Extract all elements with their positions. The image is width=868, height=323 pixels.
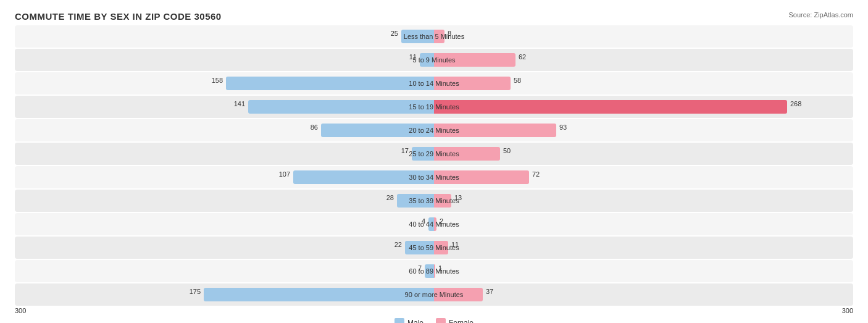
left-section: 11 <box>15 49 434 71</box>
bar-row: 14115 to 19 Minutes268 <box>15 96 853 118</box>
male-value: 158 <box>212 77 226 84</box>
bar-row: 8620 to 24 Minutes93 <box>15 119 853 141</box>
legend-male-box <box>394 318 404 323</box>
legend-male: Male <box>394 318 424 323</box>
bar-label: 20 to 24 Minutes <box>391 127 477 134</box>
right-section: 93 <box>434 119 853 141</box>
female-value: 72 <box>529 170 540 178</box>
female-value: 50 <box>500 147 511 154</box>
legend-female-label: Female <box>449 319 474 323</box>
legend-female-box <box>436 318 446 323</box>
bar-label: 60 to 89 Minutes <box>391 267 477 275</box>
left-section: 107 <box>15 166 434 188</box>
male-value: 107 <box>279 170 293 178</box>
left-section: 175 <box>15 283 434 306</box>
right-section: 11 <box>434 237 853 259</box>
female-value: 37 <box>483 288 493 295</box>
left-section: 4 <box>15 213 434 235</box>
right-section: 37 <box>434 283 853 306</box>
left-section: 86 <box>15 119 434 141</box>
bar-label: Less than 5 Minutes <box>391 33 477 40</box>
left-section: 22 <box>15 237 434 259</box>
right-section: 13 <box>434 190 853 212</box>
right-section: 62 <box>434 49 853 71</box>
bar-label: 5 to 9 Minutes <box>391 56 477 64</box>
bar-label: 35 to 39 Minutes <box>391 197 477 204</box>
left-section: 28 <box>15 190 434 212</box>
left-section: 7 <box>15 260 434 282</box>
female-value: 93 <box>556 124 567 131</box>
bar-label: 40 to 44 Minutes <box>391 220 477 228</box>
legend-female: Female <box>436 318 474 323</box>
left-section: 158 <box>15 72 434 94</box>
bar-label: 10 to 14 Minutes <box>391 80 477 87</box>
female-value: 62 <box>515 53 526 61</box>
bar-row: 760 to 89 Minutes1 <box>15 260 853 282</box>
chart-container: COMMUTE TIME BY SEX IN ZIP CODE 30560 So… <box>0 0 868 323</box>
bar-row: 2245 to 59 Minutes11 <box>15 237 853 259</box>
left-section: 17 <box>15 143 434 165</box>
left-section: 25 <box>15 25 434 48</box>
bar-label: 30 to 34 Minutes <box>391 174 477 181</box>
bar-label: 45 to 59 Minutes <box>391 244 477 251</box>
left-section: 141 <box>15 96 434 118</box>
right-section: 58 <box>434 72 853 94</box>
bar-row: 15810 to 14 Minutes58 <box>15 72 853 94</box>
bar-row: 1725 to 29 Minutes50 <box>15 143 853 165</box>
legend-male-label: Male <box>407 319 424 323</box>
male-value: 86 <box>311 124 321 131</box>
bar-row: 17590 or more Minutes37 <box>15 283 853 306</box>
female-bar: 268 <box>434 100 787 114</box>
right-section: 8 <box>434 25 853 48</box>
bar-row: 2835 to 39 Minutes13 <box>15 190 853 212</box>
male-value: 141 <box>234 100 248 107</box>
right-section: 72 <box>434 166 853 188</box>
bar-row: 440 to 44 Minutes2 <box>15 213 853 235</box>
axis-labels: 300 300 <box>15 307 853 314</box>
bar-row: 25Less than 5 Minutes8 <box>15 25 853 48</box>
legend: Male Female <box>15 318 853 323</box>
bar-row: 115 to 9 Minutes62 <box>15 49 853 71</box>
right-section: 50 <box>434 143 853 165</box>
right-section: 268 <box>434 96 853 118</box>
bar-row: 10730 to 34 Minutes72 <box>15 166 853 188</box>
bar-label: 90 or more Minutes <box>391 291 477 298</box>
male-value: 175 <box>190 288 204 295</box>
axis-left: 300 <box>15 307 26 314</box>
bar-label: 25 to 29 Minutes <box>391 150 477 157</box>
bar-label: 15 to 19 Minutes <box>391 103 477 111</box>
female-value: 58 <box>511 77 521 84</box>
right-section: 1 <box>434 260 853 282</box>
source-text: Source: ZipAtlas.com <box>788 11 853 19</box>
chart-title: COMMUTE TIME BY SEX IN ZIP CODE 30560 <box>15 11 853 22</box>
axis-right: 300 <box>842 307 853 314</box>
female-value: 268 <box>787 100 801 107</box>
bars-area: 25Less than 5 Minutes8115 to 9 Minutes62… <box>15 25 853 306</box>
right-section: 2 <box>434 213 853 235</box>
